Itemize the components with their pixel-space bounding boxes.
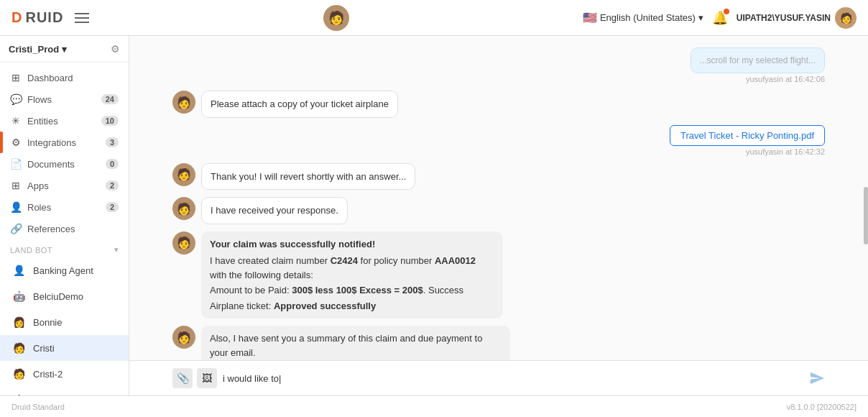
integrations-badge: 3 (106, 137, 119, 147)
notification-button[interactable]: 🔔 (712, 10, 728, 26)
sidebar-item-integrations[interactable]: ⚙ Integrations 3 (0, 132, 129, 153)
bot-item-cristi[interactable]: 🧑 Cristi (0, 335, 129, 361)
apps-label: Apps (27, 180, 49, 191)
header-left: DRUID (11, 9, 89, 26)
sidebar-item-flows[interactable]: 💬 Flows 24 (0, 88, 129, 110)
belciu-demo-avatar: 🤖 (10, 288, 27, 305)
scroll-indicator (864, 187, 868, 244)
sidebar-nav: ⊞ Dashboard 💬 Flows 24 ✳ Entities 10 (0, 63, 129, 395)
top-header: DRUID 🧑 🇺🇸 English (United States) ▾ 🔔 U… (0, 0, 868, 36)
lang-arrow: ▾ (698, 12, 703, 23)
msg-thankyou-avatar: 🧑 (172, 163, 195, 186)
input-icons: 📎 🖼 (172, 368, 217, 388)
header-center: 🧑 (323, 5, 349, 31)
msg-summary-content: Also, I have sent you a summary of this … (201, 326, 510, 360)
chat-input-bar: 📎 🖼 (129, 360, 868, 395)
sidebar: Cristi_Prod ▾ ⚙ ⊞ Dashboard 💬 Flows 24 (0, 36, 129, 395)
hamburger-menu[interactable] (75, 13, 89, 23)
sidebar-item-entities[interactable]: ✳ Entities 10 (0, 110, 129, 132)
sidebar-item-apps[interactable]: ⊞ Apps 2 (0, 175, 129, 196)
file-link-button[interactable]: Travel Ticket - Ricky Ponting.pdf (670, 125, 825, 146)
integrations-icon: ⚙ (10, 137, 22, 148)
workspace-label: Cristi_Prod (9, 44, 59, 55)
msg-truncated-content: ...scroll for my selected flight... (691, 47, 825, 73)
bonnie-avatar: 👩 (10, 313, 27, 331)
sidebar-item-roles[interactable]: 👤 Roles 2 (0, 196, 129, 218)
bot-item-cristi-2[interactable]: 🧑 Cristi-2 (0, 361, 129, 387)
documents-icon: 📄 (10, 158, 22, 170)
integrations-label: Integrations (27, 137, 76, 148)
msg-truncated-bubble: ...scroll for my selected flight... yusu… (691, 47, 825, 83)
sidebar-item-references[interactable]: 🔗 References (0, 218, 129, 239)
msg-attach-avatar: 🧑 (172, 91, 195, 114)
bottom-bar: Druid Standard v8.1.0.0 [20200522] (0, 395, 868, 417)
footer-right: v8.1.0.0 [20200522] (787, 403, 857, 411)
msg-summary-bubble1: Also, I have sent you a summary of this … (201, 326, 510, 360)
msg-claim-avatar: 🧑 (172, 232, 195, 255)
msg-truncated-timestamp: yusufyasin at 16:42:06 (691, 75, 825, 83)
documents-badge: 0 (106, 159, 119, 169)
msg-claim-row: 🧑 Your claim was successfully notified! … (172, 232, 825, 319)
ticket-status: Approved successfully (274, 301, 376, 311)
bot-item-bonnie[interactable]: 👩 Bonnie (0, 309, 129, 335)
msg-attach-row: 🧑 Please attach a copy of your ticket ai… (172, 91, 825, 118)
dashboard-label: Dashboard (27, 73, 73, 83)
bot-item-banking-agent[interactable]: 👤 Banking Agent (0, 257, 129, 283)
language-selector[interactable]: 🇺🇸 English (United States) ▾ (583, 11, 703, 24)
bots-section-header: Land Bot ▾ (0, 239, 129, 257)
bots-section-label: Land Bot (10, 246, 52, 255)
chat-area: ...scroll for my selected flight... yusu… (129, 36, 868, 395)
claim-amount: 300$ less 100$ Excess = 200$ (292, 285, 423, 295)
flows-icon: 💬 (10, 93, 22, 105)
documents-label: Documents (27, 159, 75, 170)
entities-badge: 10 (101, 116, 119, 126)
settings-gear-icon[interactable]: ⚙ (111, 43, 120, 55)
apps-badge: 2 (106, 180, 119, 191)
bots-section-chevron: ▾ (114, 245, 119, 255)
roles-badge: 2 (106, 202, 119, 212)
banking-agent-avatar: 👤 (10, 262, 27, 279)
sidebar-workspace: Cristi_Prod ▾ ⚙ (0, 36, 129, 63)
language-label: English (United States) (600, 12, 696, 23)
cristi-label: Cristi (33, 343, 55, 354)
claim-ticket-line: Airplane ticket: Approved successfully (210, 299, 494, 313)
bot-item-digital-assistant[interactable]: 🤖 DigitalAssistant (0, 387, 129, 395)
msg-truncated-row: ...scroll for my selected flight... yusu… (172, 47, 825, 83)
roles-icon: 👤 (10, 201, 22, 213)
entities-icon: ✳ (10, 115, 22, 127)
cristi-avatar: 🧑 (10, 339, 27, 357)
apps-icon: ⊞ (10, 180, 22, 191)
cristi-2-label: Cristi-2 (33, 369, 63, 380)
attachment-button[interactable]: 📎 (172, 368, 193, 388)
image-button[interactable]: 🖼 (197, 368, 217, 388)
banking-agent-label: Banking Agent (33, 265, 93, 276)
flows-badge: 24 (101, 94, 119, 104)
msg-summary-row: 🧑 Also, I have sent you a summary of thi… (172, 326, 825, 360)
footer-left: Druid Standard (11, 403, 65, 411)
bot-item-belciu-demo[interactable]: 🤖 BelciuDemo (0, 283, 129, 309)
chat-messages: ...scroll for my selected flight... yusu… (129, 36, 868, 360)
sidebar-item-documents[interactable]: 📄 Documents 0 (0, 153, 129, 175)
workspace-selector[interactable]: Cristi_Prod ▾ (9, 44, 67, 55)
send-button[interactable] (809, 370, 825, 386)
flows-label: Flows (27, 94, 52, 105)
msg-received-row: 🧑 I have received your response. (172, 197, 825, 224)
user-info: UIPATH2\YUSUF.YASIN 🧑 (737, 7, 857, 29)
sidebar-item-dashboard[interactable]: ⊞ Dashboard (0, 67, 129, 88)
msg-attach-bubble: Please attach a copy of your ticket airp… (201, 91, 398, 118)
workspace-chevron: ▾ (62, 44, 67, 55)
logo: DRUID (11, 9, 63, 26)
msg-thankyou-row: 🧑 Thank you! I will revert shortly with … (172, 163, 825, 191)
msg-received-bubble: I have received your response. (201, 197, 348, 224)
notification-dot (724, 9, 729, 14)
msg-claim-bubble: Your claim was successfully notified! I … (201, 232, 503, 319)
dashboard-icon: ⊞ (10, 72, 22, 83)
references-icon: 🔗 (10, 223, 22, 234)
references-label: References (27, 224, 75, 234)
msg-file-row: Travel Ticket - Ricky Ponting.pdf yusufy… (172, 125, 825, 156)
claim-amount-line: Amount to be Paid: 300$ less 100$ Excess… (210, 283, 494, 298)
claim-heading: Your claim was successfully notified! (210, 237, 494, 252)
chat-input-field[interactable] (223, 373, 803, 384)
active-indicator (0, 132, 3, 153)
logo-d: D (11, 9, 22, 26)
